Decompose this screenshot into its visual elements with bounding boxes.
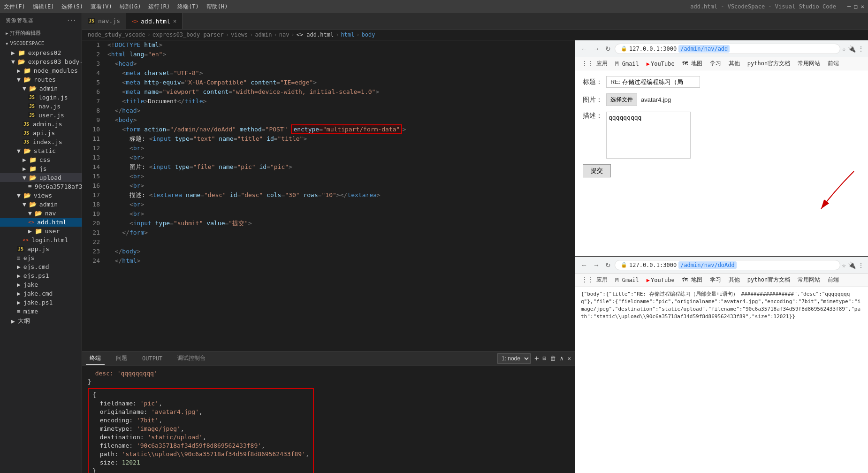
sidebar-item-navjs[interactable]: JS nav.js xyxy=(0,102,82,111)
sidebar-item-static[interactable]: ▼ 📂 static xyxy=(0,146,82,155)
tab-close-button[interactable]: ✕ xyxy=(173,18,176,24)
bookmark-star-icon[interactable]: ☆ xyxy=(842,45,846,53)
menu-run[interactable]: 运行(R) xyxy=(148,3,170,11)
sidebar-item-adminjs[interactable]: JS admin.js xyxy=(0,120,82,129)
browser-refresh-button[interactable]: ↻ xyxy=(603,43,613,54)
sidebar-item-views-nav[interactable]: ▼ 📂 nav xyxy=(0,209,82,218)
open-editors-section[interactable]: 打开的编辑器 xyxy=(0,28,82,38)
bookmark-gmail[interactable]: M Gmail xyxy=(612,60,642,68)
terminal-select[interactable]: 1: node xyxy=(497,353,531,364)
bookmark-apps-2[interactable]: ⋮⋮ 应用 xyxy=(579,275,610,285)
breadcrumb-part[interactable]: html xyxy=(341,31,354,38)
bookmark-apps[interactable]: ⋮⋮ 应用 xyxy=(579,59,610,69)
terminal-tab-output[interactable]: OUTPUT xyxy=(138,353,166,364)
sidebar-item-jakecmd[interactable]: ▶ jake.cmd xyxy=(0,289,82,298)
bookmark-maps-2[interactable]: 🗺 地图 xyxy=(679,275,705,285)
sidebar-item-css[interactable]: ▶ 📁 css xyxy=(0,155,82,164)
window-controls[interactable]: ─ □ ✕ xyxy=(847,3,864,10)
bookmark-common[interactable]: 常用网站 xyxy=(795,59,823,69)
breadcrumb-part[interactable]: views xyxy=(231,31,248,38)
sidebar-item-addhtml[interactable]: <> add.html xyxy=(0,218,82,227)
vscodespace-section[interactable]: VSCODESPACE xyxy=(0,38,82,48)
menu-select[interactable]: 选择(S) xyxy=(61,3,83,11)
browser-forward-button[interactable]: → xyxy=(591,43,602,54)
sidebar-item-express02[interactable]: ▶ 📁 express02 xyxy=(0,48,82,57)
add-terminal-button[interactable]: + xyxy=(534,354,539,363)
breadcrumb-part[interactable]: admin xyxy=(255,31,272,38)
sidebar-item-dagong[interactable]: ▶ 大纲 xyxy=(0,316,82,326)
browser-back-button-2[interactable]: ← xyxy=(579,259,589,271)
breadcrumb-part[interactable]: node_study_vscode xyxy=(88,31,145,38)
browser-more-icon[interactable]: ⋮ xyxy=(858,45,864,53)
url-bar-top[interactable]: 🔒 127.0.0.1:3000/admin/nav/add xyxy=(615,44,840,54)
sidebar-item-views[interactable]: ▼ 📂 views xyxy=(0,191,82,200)
sidebar-item-loginjs[interactable]: JS login.js xyxy=(0,93,82,102)
terminal-tab-problems[interactable]: 问题 xyxy=(112,352,131,364)
bookmark-frontend[interactable]: 前端 xyxy=(825,59,842,69)
tab-navjs[interactable]: JS nav.js xyxy=(82,13,126,29)
terminal-close-button[interactable]: ✕ xyxy=(567,355,571,362)
menu-edit[interactable]: 编辑(E) xyxy=(33,3,54,11)
sidebar-item-jakeps1[interactable]: ▶ jake.ps1 xyxy=(0,298,82,307)
bookmark-common-2[interactable]: 常用网站 xyxy=(795,275,823,285)
terminal-content[interactable]: desc: 'qqqqqqqqq' } { fieldname: 'pic', … xyxy=(82,366,575,473)
sidebar-item-routes[interactable]: ▼ 📂 routes xyxy=(0,75,82,84)
menu-goto[interactable]: 转到(G) xyxy=(120,3,141,11)
sidebar-item-jake[interactable]: ▶ jake xyxy=(0,280,82,289)
breadcrumb-part[interactable]: express03_body-parser xyxy=(152,31,224,38)
bookmark-learn-2[interactable]: 学习 xyxy=(707,275,724,285)
sidebar-item-userjs[interactable]: JS user.js xyxy=(0,111,82,120)
code-content[interactable]: 1 <!DOCTYPE html> 2 <html lang="en"> 3 <… xyxy=(82,40,575,351)
browser-extension-icon[interactable]: 🔌 xyxy=(848,45,856,53)
sidebar-item-node-modules[interactable]: ▶ 📁 node_modules xyxy=(0,66,82,75)
url-bar-bottom[interactable]: 🔒 127.0.0.1:3000/admin/nav/doAdd xyxy=(615,260,840,270)
menu-help[interactable]: 帮助(H) xyxy=(206,3,228,11)
bookmark-star-icon-2[interactable]: ☆ xyxy=(842,261,846,269)
sidebar-item-indexjs[interactable]: JS index.js xyxy=(0,137,82,146)
breadcrumb-part[interactable]: <> add.html xyxy=(297,31,334,38)
desc-textarea[interactable]: qqqqqqqqq xyxy=(606,112,691,159)
bookmark-python-2[interactable]: python官方文档 xyxy=(745,275,793,285)
split-terminal-button[interactable]: ⊟ xyxy=(543,355,547,362)
bookmark-other-2[interactable]: 其他 xyxy=(726,275,743,285)
sidebar-item-js[interactable]: ▶ 📁 js xyxy=(0,164,82,173)
browser-refresh-button-2[interactable]: ↻ xyxy=(603,259,613,271)
terminal-tab-debug[interactable]: 调试控制台 xyxy=(174,352,209,364)
sidebar-item-upload[interactable]: ▼ 📂 upload xyxy=(0,173,82,182)
sidebar-item-admin[interactable]: ▼ 📂 admin xyxy=(0,84,82,93)
sidebar-item-appjs[interactable]: JS app.js xyxy=(0,244,82,253)
sidebar-item-ejscmd[interactable]: ▶ ejs.cmd xyxy=(0,262,82,271)
sidebar-item-user[interactable]: ▶ 📁 user xyxy=(0,227,82,236)
browser-extension-icon-2[interactable]: 🔌 xyxy=(848,261,856,269)
bookmark-youtube-2[interactable]: ▶ YouTube xyxy=(644,276,678,284)
bookmark-maps[interactable]: 🗺 地图 xyxy=(679,59,705,69)
bookmark-other[interactable]: 其他 xyxy=(726,59,743,69)
submit-button[interactable]: 提交 xyxy=(583,164,611,177)
sidebar-item-ejsps1[interactable]: ▶ ejs.ps1 xyxy=(0,271,82,280)
sidebar-item-apijs[interactable]: JS api.js xyxy=(0,129,82,137)
menu-terminal[interactable]: 终端(T) xyxy=(177,3,199,11)
bookmark-frontend-2[interactable]: 前端 xyxy=(825,275,842,285)
menu-view[interactable]: 查看(V) xyxy=(91,3,112,11)
title-input[interactable] xyxy=(606,76,700,88)
breadcrumb-part[interactable]: nav xyxy=(279,31,289,38)
tab-addhtml[interactable]: <> add.html ✕ xyxy=(126,13,183,29)
browser-forward-button-2[interactable]: → xyxy=(591,259,602,271)
bookmark-gmail-2[interactable]: M Gmail xyxy=(612,276,642,284)
bookmark-learn[interactable]: 学习 xyxy=(707,59,724,69)
file-choose-button[interactable]: 选择文件 xyxy=(606,93,637,106)
bookmark-python[interactable]: python官方文档 xyxy=(745,59,793,69)
breadcrumb-part[interactable]: body xyxy=(362,31,375,38)
sidebar-item-90c[interactable]: ≡ 90c6a35718af34... xyxy=(0,182,82,191)
sidebar-item-mime[interactable]: ≡ mime xyxy=(0,307,82,316)
sidebar-item-views-admin[interactable]: ▼ 📂 admin xyxy=(0,200,82,209)
delete-terminal-button[interactable]: 🗑 xyxy=(550,355,556,362)
bookmark-youtube[interactable]: ▶ YouTube xyxy=(644,60,678,68)
menu-file[interactable]: 文件(F) xyxy=(4,3,25,11)
terminal-tab-terminal[interactable]: 终端 xyxy=(86,352,105,365)
sidebar-item-ejs[interactable]: ≡ ejs xyxy=(0,253,82,262)
sidebar-item-loginhtml[interactable]: <> login.html xyxy=(0,236,82,244)
sidebar-more-button[interactable]: ··· xyxy=(67,17,76,23)
terminal-minimize-button[interactable]: ∧ xyxy=(560,355,563,362)
browser-more-icon-2[interactable]: ⋮ xyxy=(858,261,864,269)
